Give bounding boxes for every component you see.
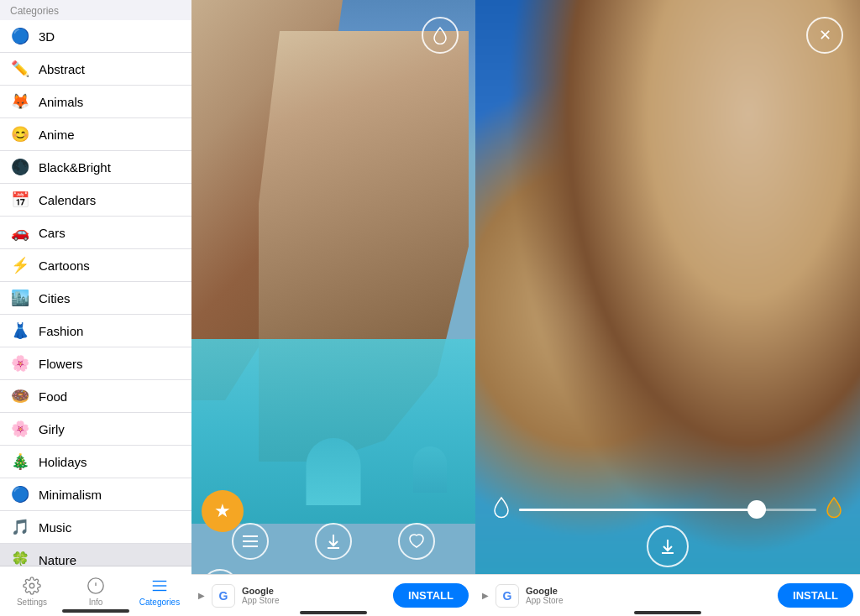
sidebar-item-girly[interactable]: 🌸Girly	[0, 413, 191, 446]
nature-icon: 🍀	[10, 550, 30, 566]
sidebar-item-label-cartoons: Cartoons	[39, 258, 90, 273]
sidebar-item-label-3d: 3D	[39, 29, 55, 44]
sidebar-item-label-girly: Girly	[39, 422, 65, 436]
slider-fill	[519, 509, 757, 511]
right-ad-title: Google	[526, 586, 771, 596]
right-panel: ✕ ▶ G Google App Store	[475, 0, 860, 616]
middle-ad-text: Google App Store	[242, 586, 386, 605]
categories-header: Categories	[0, 0, 191, 20]
sidebar-item-anime[interactable]: 😊Anime	[0, 118, 191, 151]
sidebar-item-cartoons[interactable]: ⚡Cartoons	[0, 249, 191, 282]
sidebar-item-fashion[interactable]: 👗Fashion	[0, 315, 191, 347]
minimalism-icon: 🔵	[10, 484, 30, 504]
middle-google-logo: G	[212, 584, 235, 608]
middle-ad-arrow: ▶	[198, 591, 205, 600]
tab-info-label: Info	[89, 598, 103, 607]
sidebar-item-cars[interactable]: 🚗Cars	[0, 217, 191, 249]
fashion-icon: 👗	[10, 321, 30, 341]
slider-thumb[interactable]	[747, 500, 766, 519]
sidebar-item-cities[interactable]: 🏙️Cities	[0, 282, 191, 315]
sidebar-item-animals[interactable]: 🦊Animals	[0, 86, 191, 118]
cities-icon: 🏙️	[10, 288, 30, 308]
middle-ad-bar: ▶ G Google App Store INSTALL	[191, 574, 475, 616]
calendars-icon: 📅	[10, 190, 30, 210]
categories-list: 🔵3D✏️Abstract🦊Animals😊Anime🌑Black&Bright…	[0, 20, 191, 566]
middle-hamburger-button[interactable]	[232, 523, 269, 560]
sidebar-item-label-fashion: Fashion	[39, 324, 83, 338]
sidebar-item-label-holidays: Holidays	[39, 455, 87, 469]
tab-settings-label: Settings	[17, 598, 47, 607]
sidebar-item-3d[interactable]: 🔵3D	[0, 20, 191, 53]
sidebar-item-calendars[interactable]: 📅Calendars	[0, 184, 191, 217]
sidebar-item-label-music: Music	[39, 520, 71, 535]
cars-icon: 🚗	[10, 222, 30, 243]
middle-ad-title: Google	[242, 586, 386, 596]
flowers-icon: 🌸	[10, 353, 30, 373]
middle-download-button[interactable]	[315, 523, 352, 560]
slider-drop-left-icon	[492, 495, 511, 524]
tab-settings[interactable]: Settings	[0, 577, 64, 607]
blur-slider-container	[492, 495, 843, 524]
right-ad-bar: ▶ G Google App Store INSTALL	[475, 574, 860, 616]
sidebar-item-flowers[interactable]: 🌸Flowers	[0, 347, 191, 380]
sidebar-item-holidays[interactable]: 🎄Holidays	[0, 446, 191, 478]
right-ad-text: Google App Store	[526, 586, 771, 605]
right-download-button[interactable]	[647, 525, 689, 567]
anime-icon: 😊	[10, 124, 30, 144]
slider-drop-right-icon	[825, 495, 843, 524]
tab-categories[interactable]: Categories	[128, 577, 191, 607]
close-icon: ✕	[819, 26, 831, 44]
sidebar-item-label-cities: Cities	[39, 291, 71, 305]
middle-panel: ★	[191, 0, 475, 616]
music-icon: 🎵	[10, 517, 30, 537]
right-google-logo: G	[496, 584, 519, 608]
right-ad-arrow: ▶	[482, 591, 489, 600]
sidebar-item-abstract[interactable]: ✏️Abstract	[0, 53, 191, 86]
sidebar-item-label-anime: Anime	[39, 128, 75, 142]
sidebar-item-label-abstract: Abstract	[39, 62, 85, 76]
right-ad-subtitle: App Store	[526, 596, 771, 605]
tab-info[interactable]: Info	[64, 577, 128, 607]
sidebar-item-label-food: Food	[39, 389, 67, 404]
tab-bar: Settings Info Categories	[0, 566, 191, 616]
tab-categories-label: Categories	[139, 598, 180, 607]
girly-icon: 🌸	[10, 419, 30, 439]
middle-drop-button[interactable]	[422, 17, 459, 54]
right-close-button[interactable]: ✕	[806, 17, 843, 54]
holidays-icon: 🎄	[10, 452, 30, 472]
right-scroll-indicator	[634, 611, 701, 614]
sidebar-item-label-animals: Animals	[39, 95, 83, 109]
middle-install-button[interactable]: INSTALL	[393, 583, 469, 608]
sidebar-item-label-black_bright: Black&Bright	[39, 160, 111, 175]
sidebar-item-minimalism[interactable]: 🔵Minimalism	[0, 478, 191, 511]
cartoons-icon: ⚡	[10, 255, 30, 275]
animals-icon: 🦊	[10, 91, 30, 112]
svg-point-0	[29, 583, 34, 588]
sidebar-item-nature[interactable]: 🍀Nature	[0, 544, 191, 566]
sidebar-item-label-nature: Nature	[39, 553, 76, 566]
abstract-icon: ✏️	[10, 59, 30, 79]
scroll-indicator	[62, 609, 129, 613]
left-panel: Categories 🔵3D✏️Abstract🦊Animals😊Anime🌑B…	[0, 0, 191, 616]
food-icon: 🍩	[10, 386, 30, 406]
middle-scroll-indicator	[300, 611, 367, 614]
sidebar-item-label-cars: Cars	[39, 226, 66, 240]
black_bright-icon: 🌑	[10, 157, 30, 177]
middle-heart-button[interactable]	[398, 523, 435, 560]
sidebar-item-music[interactable]: 🎵Music	[0, 511, 191, 544]
blur-slider-track[interactable]	[519, 509, 816, 511]
sidebar-item-label-flowers: Flowers	[39, 357, 83, 371]
right-install-button[interactable]: INSTALL	[778, 583, 853, 608]
sidebar-item-black_bright[interactable]: 🌑Black&Bright	[0, 151, 191, 184]
middle-ad-subtitle: App Store	[242, 596, 386, 605]
3d-icon: 🔵	[10, 26, 30, 46]
sidebar-item-label-calendars: Calendars	[39, 193, 96, 207]
sidebar-item-food[interactable]: 🍩Food	[0, 380, 191, 413]
sidebar-item-label-minimalism: Minimalism	[39, 488, 102, 502]
